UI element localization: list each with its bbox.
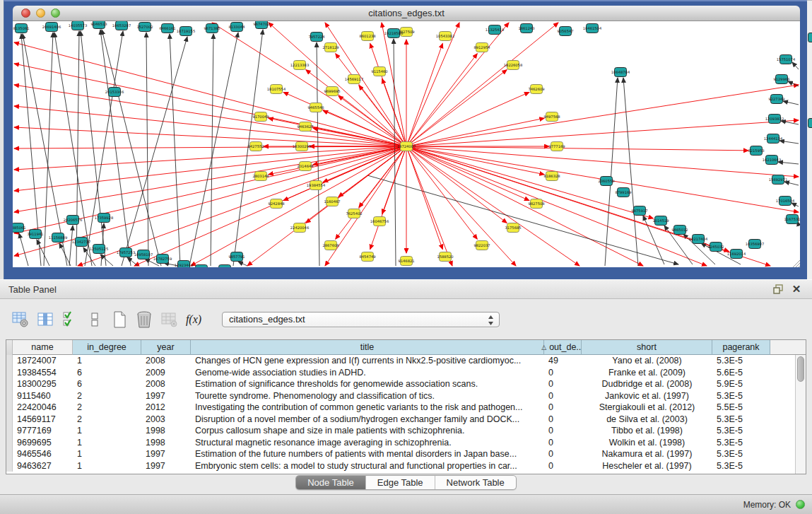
- graph-node[interactable]: 11325419: [486, 25, 504, 35]
- table-cell[interactable]: Wolkin et al. (1998): [582, 438, 712, 448]
- table-cell[interactable]: 14569117: [13, 414, 73, 424]
- column-header-title[interactable]: title: [191, 340, 544, 355]
- graph-node[interactable]: 9129966: [773, 75, 789, 84]
- table-cell[interactable]: 18300295: [13, 379, 73, 389]
- graph-node[interactable]: 11451904: [216, 265, 235, 268]
- graph-node[interactable]: 7957224: [308, 33, 325, 42]
- table-cell[interactable]: 1997: [141, 449, 191, 459]
- graph-node[interactable]: 9857791: [228, 252, 245, 262]
- table-cell[interactable]: Franke et al. (2009): [582, 368, 712, 378]
- table-cell[interactable]: 1: [73, 461, 141, 471]
- graph-node[interactable]: 1527002: [136, 23, 153, 32]
- table-cell[interactable]: Changes of HCN gene expression and I(f) …: [191, 356, 544, 366]
- resize-grip[interactable]: [793, 260, 800, 267]
- network-canvas[interactable]: 1872400797771699497568746260918226058891…: [13, 21, 800, 267]
- graph-node-selected[interactable]: 9170043: [252, 112, 269, 122]
- graph-edge[interactable]: [784, 182, 799, 185]
- table-cell[interactable]: 2008: [141, 379, 191, 389]
- graph-node[interactable]: 3911941: [27, 230, 43, 239]
- column-header-pagerank[interactable]: pagerank: [712, 340, 770, 355]
- table-cell[interactable]: 9699695: [13, 438, 73, 448]
- table-cell[interactable]: de Silva et al. (2003): [582, 414, 712, 424]
- graph-edge[interactable]: [406, 146, 707, 266]
- graph-edge[interactable]: [122, 37, 187, 266]
- graph-node-selected[interactable]: 2867608: [322, 241, 339, 250]
- graph-node[interactable]: 15692971: [769, 175, 787, 185]
- graph-edge[interactable]: [406, 23, 509, 146]
- table-row[interactable]: 946362711997Embryonic stem cells: a mode…: [6, 460, 806, 472]
- graph-edge[interactable]: [146, 33, 148, 266]
- table-cell[interactable]: 1: [73, 449, 141, 459]
- select-columns-button[interactable]: [59, 309, 81, 330]
- graph-node[interactable]: 16782759: [153, 255, 172, 264]
- graph-node-selected[interactable]: 10543382: [436, 32, 454, 41]
- table-cell[interactable]: 1997: [141, 391, 191, 401]
- table-cell[interactable]: 0: [544, 368, 582, 378]
- graph-node[interactable]: 10653287: [112, 21, 131, 30]
- column-header-in-degree[interactable]: in_degree: [73, 340, 141, 355]
- table-row[interactable]: 911546021997Tourette syndrome. Phenomeno…: [6, 390, 806, 402]
- graph-node[interactable]: 17016504: [776, 197, 795, 206]
- graph-node[interactable]: 20206576: [64, 216, 82, 225]
- graph-edge[interactable]: [406, 70, 507, 146]
- table-cell[interactable]: 0: [544, 402, 582, 412]
- graph-node-selected[interactable]: 7625402: [346, 209, 362, 218]
- table-row[interactable]: 1938455462009Genome-wide association stu…: [6, 367, 806, 379]
- tab-node-table[interactable]: Node Table: [296, 476, 365, 489]
- graph-edge[interactable]: [19, 233, 28, 266]
- graph-edge[interactable]: [37, 240, 49, 266]
- graph-edge[interactable]: [59, 243, 71, 266]
- graph-edge[interactable]: [238, 262, 247, 266]
- graph-edge[interactable]: [54, 33, 92, 266]
- table-selector-dropdown[interactable]: citations_edges.txt: [222, 312, 500, 327]
- table-cell[interactable]: 5.3E-5: [712, 449, 770, 459]
- row-header-cell[interactable]: [6, 460, 13, 472]
- table-cell[interactable]: Tourette syndrome. Phenomenology and cla…: [191, 391, 544, 401]
- graph-node[interactable]: 1167531: [784, 215, 800, 224]
- table-cell[interactable]: 0: [544, 391, 582, 401]
- graph-edge[interactable]: [382, 146, 406, 214]
- show-columns-button[interactable]: [35, 309, 56, 330]
- graph-node-selected[interactable]: 3175685: [505, 223, 521, 233]
- graph-node[interactable]: 12444134: [764, 134, 783, 144]
- graph-node-selected[interactable]: 9242848: [268, 199, 284, 209]
- table-cell[interactable]: Tibbo et al. (1998): [582, 426, 712, 436]
- graph-edge[interactable]: [14, 146, 406, 191]
- import-table-button-disabled[interactable]: [158, 309, 180, 330]
- graph-node-selected[interactable]: 8427552: [247, 142, 264, 151]
- graph-node-selected[interactable]: 8912954: [473, 43, 490, 52]
- graph-edge[interactable]: [127, 257, 138, 266]
- graph-node-selected[interactable]: 9465546: [307, 103, 324, 112]
- table-cell[interactable]: 9463627: [13, 461, 73, 471]
- table-cell[interactable]: 9465546: [13, 449, 73, 459]
- graph-node[interactable]: 1861243: [518, 24, 534, 33]
- table-cell[interactable]: 5.3E-5: [712, 426, 770, 436]
- graph-node-selected[interactable]: 18107554: [267, 85, 286, 94]
- table-cell[interactable]: 9115460: [13, 391, 73, 401]
- graph-edge[interactable]: [100, 255, 113, 266]
- table-row[interactable]: 1456911722003Disruption of a novel membe…: [6, 414, 806, 426]
- table-cell[interactable]: 5.3E-5: [712, 414, 770, 424]
- table-mode-button[interactable]: [10, 309, 31, 330]
- table-cell[interactable]: 1997: [141, 461, 191, 471]
- network-window-titlebar[interactable]: citations_edges.txt: [13, 6, 800, 21]
- graph-node-selected[interactable]: 1588520: [437, 252, 453, 262]
- table-cell[interactable]: 1: [73, 438, 141, 448]
- graph-node-selected[interactable]: 14569117: [345, 75, 363, 84]
- table-cell[interactable]: 2009: [141, 368, 191, 378]
- graph-edge[interactable]: [406, 120, 799, 146]
- graph-edge[interactable]: [69, 226, 73, 266]
- table-cell[interactable]: Corpus callosum shape and size in male p…: [191, 426, 544, 436]
- table-cell[interactable]: 0: [544, 379, 582, 389]
- graph-edge[interactable]: [406, 146, 653, 218]
- table-row[interactable]: 1830029562008Estimation of significance …: [6, 378, 806, 390]
- graph-node-selected[interactable]: 9463627: [297, 122, 313, 132]
- table-cell[interactable]: Embryonic stem cells: a model to study s…: [191, 461, 544, 471]
- table-cell[interactable]: 5.3E-5: [712, 461, 770, 471]
- table-cell[interactable]: 2003: [141, 414, 191, 424]
- column-header-name[interactable]: name: [13, 340, 73, 355]
- row-height-button[interactable]: [84, 309, 105, 330]
- graph-edge[interactable]: [14, 64, 406, 146]
- graph-node[interactable]: 10719155: [177, 27, 195, 36]
- graph-node[interactable]: 20691406: [42, 23, 61, 32]
